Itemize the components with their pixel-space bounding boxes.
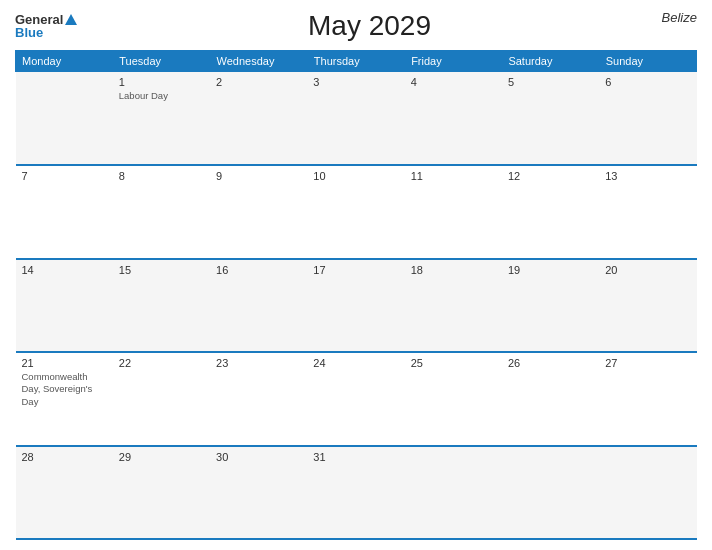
day-number: 27 — [605, 357, 690, 369]
calendar-cell: 13 — [599, 165, 696, 259]
day-number: 30 — [216, 451, 301, 463]
calendar-table: MondayTuesdayWednesdayThursdayFridaySatu… — [15, 50, 697, 540]
calendar-cell: 31 — [307, 446, 404, 540]
day-number: 4 — [411, 76, 496, 88]
calendar-cell — [502, 446, 599, 540]
day-number: 1 — [119, 76, 204, 88]
day-number: 9 — [216, 170, 301, 182]
calendar-cell: 5 — [502, 72, 599, 166]
day-number: 22 — [119, 357, 204, 369]
calendar-cell: 30 — [210, 446, 307, 540]
calendar-week-row: 28293031 — [16, 446, 697, 540]
calendar-cell: 26 — [502, 352, 599, 446]
calendar-cell: 21Commonwealth Day, Sovereign's Day — [16, 352, 113, 446]
calendar-cell: 11 — [405, 165, 502, 259]
calendar-week-row: 1Labour Day23456 — [16, 72, 697, 166]
day-number: 24 — [313, 357, 398, 369]
calendar-title: May 2029 — [77, 10, 661, 42]
calendar-cell: 16 — [210, 259, 307, 353]
calendar-cell: 7 — [16, 165, 113, 259]
calendar-cell: 24 — [307, 352, 404, 446]
calendar-cell: 12 — [502, 165, 599, 259]
calendar-cell — [599, 446, 696, 540]
day-number: 26 — [508, 357, 593, 369]
calendar-body: 1Labour Day23456789101112131415161718192… — [16, 72, 697, 540]
calendar-cell: 25 — [405, 352, 502, 446]
calendar-week-row: 21Commonwealth Day, Sovereign's Day22232… — [16, 352, 697, 446]
calendar-cell: 27 — [599, 352, 696, 446]
day-number: 14 — [22, 264, 107, 276]
calendar-cell: 9 — [210, 165, 307, 259]
day-number: 16 — [216, 264, 301, 276]
calendar-cell: 3 — [307, 72, 404, 166]
day-number: 10 — [313, 170, 398, 182]
column-header-wednesday: Wednesday — [210, 51, 307, 72]
day-headers: MondayTuesdayWednesdayThursdayFridaySatu… — [16, 51, 697, 72]
holiday-label: Commonwealth Day, Sovereign's Day — [22, 371, 107, 408]
country-label: Belize — [662, 10, 697, 25]
calendar-cell: 19 — [502, 259, 599, 353]
calendar-cell: 6 — [599, 72, 696, 166]
column-header-sunday: Sunday — [599, 51, 696, 72]
day-number: 13 — [605, 170, 690, 182]
calendar-cell: 4 — [405, 72, 502, 166]
calendar-cell — [405, 446, 502, 540]
calendar-header: General Blue May 2029 Belize — [15, 10, 697, 42]
calendar-cell — [16, 72, 113, 166]
column-header-friday: Friday — [405, 51, 502, 72]
calendar-cell: 14 — [16, 259, 113, 353]
calendar-cell: 23 — [210, 352, 307, 446]
day-number: 12 — [508, 170, 593, 182]
calendar-cell: 1Labour Day — [113, 72, 210, 166]
logo-triangle-icon — [65, 14, 77, 25]
column-header-saturday: Saturday — [502, 51, 599, 72]
day-number: 29 — [119, 451, 204, 463]
day-number: 21 — [22, 357, 107, 369]
calendar-header-row: MondayTuesdayWednesdayThursdayFridaySatu… — [16, 51, 697, 72]
day-number: 18 — [411, 264, 496, 276]
day-number: 11 — [411, 170, 496, 182]
day-number: 2 — [216, 76, 301, 88]
day-number: 28 — [22, 451, 107, 463]
column-header-thursday: Thursday — [307, 51, 404, 72]
day-number: 5 — [508, 76, 593, 88]
calendar-cell: 17 — [307, 259, 404, 353]
column-header-tuesday: Tuesday — [113, 51, 210, 72]
day-number: 8 — [119, 170, 204, 182]
day-number: 3 — [313, 76, 398, 88]
calendar-cell: 29 — [113, 446, 210, 540]
day-number: 15 — [119, 264, 204, 276]
calendar-week-row: 14151617181920 — [16, 259, 697, 353]
day-number: 6 — [605, 76, 690, 88]
holiday-label: Labour Day — [119, 90, 204, 102]
logo: General Blue — [15, 13, 77, 39]
day-number: 7 — [22, 170, 107, 182]
day-number: 23 — [216, 357, 301, 369]
calendar-cell: 22 — [113, 352, 210, 446]
calendar-cell: 20 — [599, 259, 696, 353]
calendar-cell: 8 — [113, 165, 210, 259]
column-header-monday: Monday — [16, 51, 113, 72]
day-number: 19 — [508, 264, 593, 276]
calendar-cell: 10 — [307, 165, 404, 259]
calendar-cell: 15 — [113, 259, 210, 353]
day-number: 17 — [313, 264, 398, 276]
calendar-cell: 28 — [16, 446, 113, 540]
day-number: 20 — [605, 264, 690, 276]
logo-blue-text: Blue — [15, 26, 77, 39]
calendar-week-row: 78910111213 — [16, 165, 697, 259]
day-number: 31 — [313, 451, 398, 463]
day-number: 25 — [411, 357, 496, 369]
calendar-cell: 18 — [405, 259, 502, 353]
calendar-cell: 2 — [210, 72, 307, 166]
